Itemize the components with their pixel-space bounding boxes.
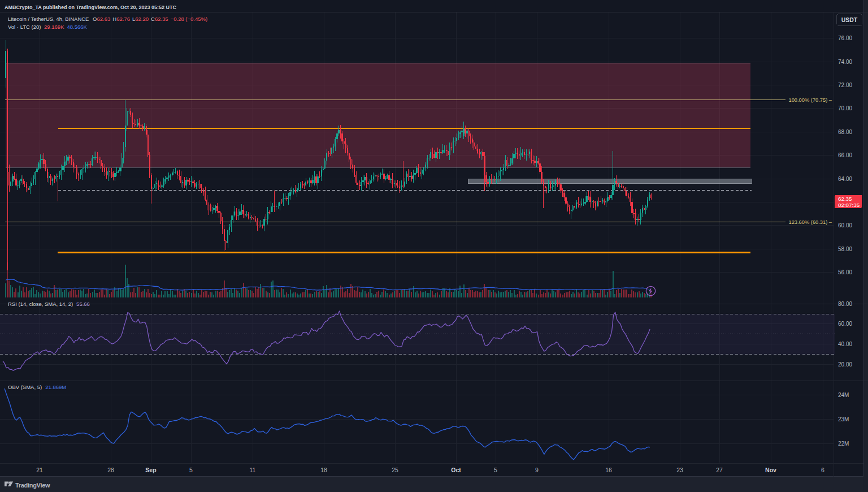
svg-text:25: 25 <box>392 467 398 473</box>
svg-text:23: 23 <box>676 467 683 473</box>
svg-text:5: 5 <box>494 467 497 473</box>
svg-text:OBV (SMA, 5)21.869M: OBV (SMA, 5)21.869M <box>8 384 66 390</box>
svg-text:23M: 23M <box>838 416 849 422</box>
svg-text:9: 9 <box>535 467 539 473</box>
svg-text:70.00: 70.00 <box>838 105 852 111</box>
svg-text:20.00: 20.00 <box>838 361 852 368</box>
svg-text:80.00: 80.00 <box>838 301 852 307</box>
svg-text:16: 16 <box>605 467 612 473</box>
svg-text:60.00: 60.00 <box>838 222 852 228</box>
svg-text:123.60% (60.31) –: 123.60% (60.31) – <box>789 219 832 225</box>
svg-text:6: 6 <box>821 467 824 473</box>
svg-text:28: 28 <box>107 467 114 473</box>
svg-text:21: 21 <box>36 467 43 473</box>
svg-text:76.00: 76.00 <box>838 35 852 41</box>
svg-text:RSI (14, close, SMA, 14, 2)55.: RSI (14, close, SMA, 14, 2)55.66 <box>8 301 90 307</box>
svg-text:40.00: 40.00 <box>838 341 852 347</box>
svg-text:24M: 24M <box>838 392 849 398</box>
svg-text:100.00% (70.75) –: 100.00% (70.75) – <box>789 97 832 103</box>
svg-text:TradingView: TradingView <box>15 482 50 489</box>
svg-text:02:07:35: 02:07:35 <box>838 202 860 208</box>
svg-text:Vol · LTC (20) 29.169K48.566K: Vol · LTC (20) 29.169K48.566K <box>8 24 88 30</box>
svg-text:60.00: 60.00 <box>838 321 852 327</box>
svg-text:5: 5 <box>189 467 193 473</box>
svg-text:56.00: 56.00 <box>838 269 852 275</box>
svg-text:64.00: 64.00 <box>838 176 852 182</box>
svg-text:18: 18 <box>320 467 327 473</box>
svg-text:62.35: 62.35 <box>838 196 852 202</box>
svg-text:74.00: 74.00 <box>838 59 852 65</box>
svg-text:Nov: Nov <box>765 467 776 473</box>
svg-text:66.00: 66.00 <box>838 152 852 158</box>
svg-text:Sep: Sep <box>145 467 156 473</box>
svg-text:58.00: 58.00 <box>838 246 852 252</box>
svg-text:22M: 22M <box>838 441 849 447</box>
svg-text:AMBCrypto_TA published on Trad: AMBCrypto_TA published on TradingView.co… <box>5 5 177 10</box>
svg-text:USDT: USDT <box>841 16 858 23</box>
svg-text:11: 11 <box>250 467 256 473</box>
svg-text:Oct: Oct <box>451 467 461 473</box>
svg-text:72.00: 72.00 <box>838 82 852 88</box>
svg-text:27: 27 <box>716 467 723 473</box>
svg-text:Litecoin / TetherUS, 4h, BINAN: Litecoin / TetherUS, 4h, BINANCE O62.63H… <box>8 16 207 22</box>
svg-text:68.00: 68.00 <box>838 129 852 135</box>
